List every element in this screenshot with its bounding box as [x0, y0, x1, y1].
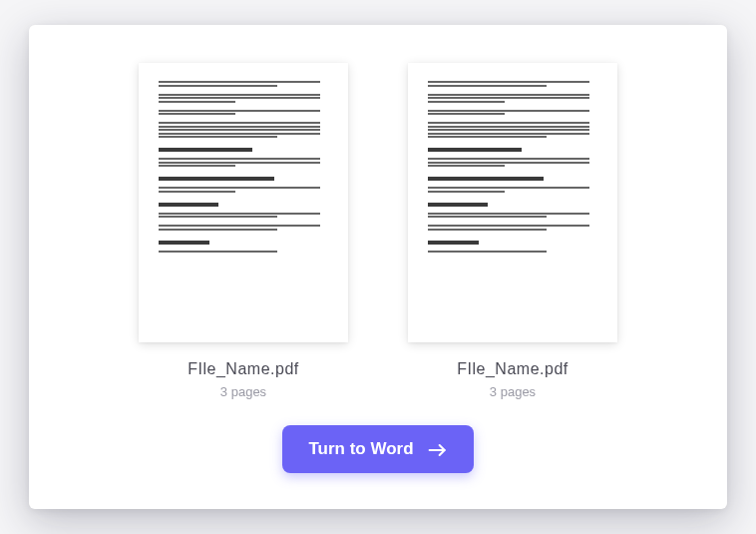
arrow-right-icon: [428, 442, 448, 456]
document-filename: FIle_Name.pdf: [188, 360, 298, 378]
converter-card: FIle_Name.pdf 3 pages FIle_Name.pdf 3 pa: [29, 25, 727, 509]
document-item[interactable]: FIle_Name.pdf 3 pages: [139, 63, 348, 399]
document-filename: FIle_Name.pdf: [457, 360, 567, 378]
document-page-count: 3 pages: [220, 384, 266, 399]
document-page-preview: [139, 63, 348, 342]
document-page-preview: [408, 63, 617, 342]
document-page-count: 3 pages: [490, 384, 536, 399]
document-item[interactable]: FIle_Name.pdf 3 pages: [408, 63, 617, 399]
turn-to-word-button[interactable]: Turn to Word: [282, 425, 473, 473]
documents-row: FIle_Name.pdf 3 pages FIle_Name.pdf 3 pa: [139, 63, 617, 399]
cta-label: Turn to Word: [308, 439, 413, 459]
